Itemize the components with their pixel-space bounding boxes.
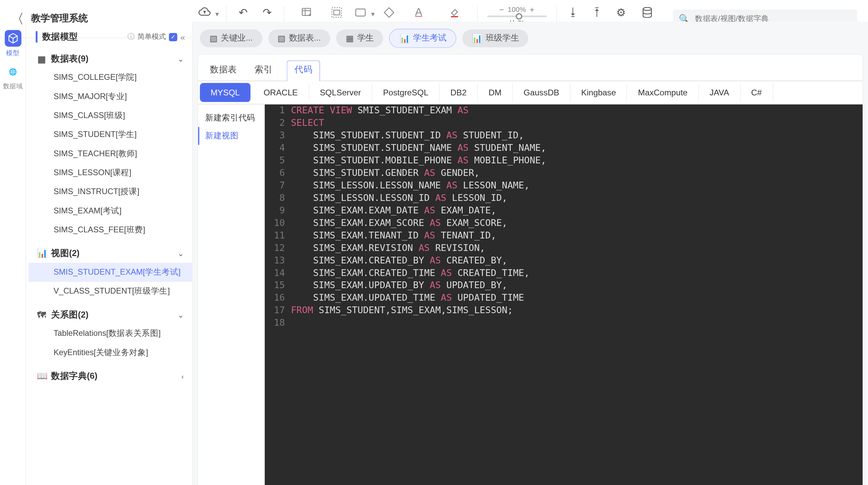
left-rail: 模型 🌐 数据域	[0, 22, 26, 485]
sidebar-item[interactable]: SIMS_EXAM[考试]	[28, 202, 192, 221]
code-line[interactable]: SIMS_LESSON.LESSON_ID AS LESSON_ID,	[291, 192, 508, 204]
rail-model-label: 模型	[6, 48, 19, 57]
code-line[interactable]: SIMS_EXAM.REVISION AS REVISION,	[291, 242, 485, 254]
open-tab[interactable]: ▧数据表...	[268, 29, 330, 47]
svg-rect-4	[451, 16, 458, 17]
open-tab[interactable]: 📊学生考试	[389, 29, 457, 48]
line-number: 6	[265, 167, 291, 179]
db-dialect-tab[interactable]: PostgreSQL	[372, 83, 439, 102]
sidebar-group-dicts[interactable]: 📖数据字典(6)‹	[28, 367, 192, 386]
open-tab[interactable]: 📊班级学生	[462, 29, 528, 47]
code-line[interactable]: SELECT	[291, 117, 324, 130]
code-line[interactable]: CREATE VIEW SMIS_STUDENT_EXAM AS	[291, 105, 469, 117]
db-dialect-tab[interactable]: C#	[741, 83, 773, 102]
code-line[interactable]: FROM SIMS_STUDENT,SIMS_EXAM,SIMS_LESSON;	[291, 304, 513, 317]
db-dialect-tab[interactable]: ORACLE	[253, 83, 309, 102]
zoom-thumb[interactable]	[516, 13, 522, 19]
sidebar: 数据模型 ⓘ 简单模式 ✓ « ▦数据表(9)⌄SIMS_COLLEGE[学院]…	[26, 22, 193, 485]
line-number: 15	[265, 279, 291, 292]
sub-tab[interactable]: 索引	[251, 60, 276, 81]
simple-mode-toggle[interactable]: ⓘ 简单模式 ✓ «	[127, 32, 185, 42]
collapse-sidebar-icon[interactable]: «	[180, 32, 185, 42]
svg-rect-0	[302, 8, 311, 15]
sub-tab[interactable]: 数据表	[207, 60, 240, 81]
code-line[interactable]: SIMS_EXAM.CREATED_BY AS CREATED_BY,	[291, 254, 508, 267]
sidebar-item[interactable]: KeyEntities[关键业务对象]	[28, 343, 192, 362]
code-line[interactable]: SIMS_EXAM.UPDATED_TIME AS UPDATED_TIME	[291, 292, 524, 304]
svg-point-5	[643, 7, 651, 10]
code-line[interactable]: SIMS_EXAM.TENANT_ID AS TENANT_ID,	[291, 229, 497, 242]
zoom-out-button[interactable]: −	[499, 4, 504, 14]
code-template-item[interactable]: 新建视图	[198, 127, 260, 145]
gear-icon: ⚙	[616, 6, 626, 19]
rail-item-data-domain[interactable]: 🌐 数据域	[3, 63, 23, 91]
code-line[interactable]: SIMS_LESSON.LESSON_NAME AS LESSON_NAME,	[291, 179, 530, 192]
sidebar-item[interactable]: TableRelations[数据表关系图]	[28, 324, 192, 343]
db-dialect-tab[interactable]: GaussDB	[513, 83, 571, 102]
undo-icon: ↶	[239, 6, 247, 19]
db-dialect-tab[interactable]: Kingbase	[571, 83, 627, 102]
sidebar-item[interactable]: SIMS_LESSON[课程]	[28, 163, 192, 182]
sidebar-item[interactable]: SIMS_CLASS_FEE[班费]	[28, 221, 192, 239]
sql-editor[interactable]: 1CREATE VIEW SMIS_STUDENT_EXAM AS2SELECT…	[265, 105, 863, 485]
tab-label: 班级学生	[486, 33, 519, 44]
open-tabs: ▧关键业...▧数据表...▦学生📊学生考试📊班级学生	[193, 22, 868, 54]
sidebar-item[interactable]: SIMS_MAJOR[专业]	[28, 87, 192, 106]
db-dialect-tab[interactable]: JAVA	[699, 83, 740, 102]
line-number: 1	[265, 105, 291, 117]
code-line[interactable]: SIMS_EXAM.UPDATED_BY AS UPDATED_BY,	[291, 279, 508, 292]
code-line[interactable]: SIMS_EXAM.EXAM_SCORE AS EXAM_SCORE,	[291, 217, 508, 229]
line-number: 14	[265, 267, 291, 279]
tab-label: 关键业...	[221, 33, 252, 44]
sidebar-item[interactable]: SIMS_STUDENT[学生]	[28, 125, 192, 144]
db-dialect-tab[interactable]: DM	[478, 83, 513, 102]
info-icon: ⓘ	[127, 32, 135, 42]
save-dropdown-icon[interactable]: ▼	[214, 11, 220, 17]
rect-icon	[355, 6, 366, 19]
code-template-list: 新建索引代码新建视图	[198, 105, 265, 485]
db-dialect-tab[interactable]: MaxCompute	[627, 83, 699, 102]
db-dialect-tab[interactable]: MYSQL	[200, 83, 251, 102]
sidebar-group-views[interactable]: 📊视图(2)⌄	[28, 244, 192, 263]
code-line[interactable]: SIMS_EXAM.EXAM_DATE AS EXAM_DATE,	[291, 204, 497, 217]
zoom-slider[interactable]	[487, 15, 547, 17]
open-tab[interactable]: ▧关键业...	[200, 29, 262, 47]
sub-tab[interactable]: 代码	[287, 60, 320, 81]
redo-icon: ↷	[263, 6, 271, 19]
db-dialect-tab[interactable]: DB2	[440, 83, 478, 102]
db-dialect-tab[interactable]: SQLServer	[309, 83, 372, 102]
code-line[interactable]: SIMS_STUDENT.MOBILE_PHONE AS MOBILE_PHON…	[291, 154, 547, 167]
sidebar-item[interactable]: V_CLASS_STUDENT[班级学生]	[28, 282, 192, 301]
tab-type-icon: ▧	[278, 33, 285, 43]
code-line[interactable]: SIMS_STUDENT.STUDENT_ID AS STUDENT_ID,	[291, 130, 524, 142]
code-line[interactable]: SIMS_STUDENT.STUDENT_NAME AS STUDENT_NAM…	[291, 142, 547, 155]
sidebar-item[interactable]: SIMS_COLLEGE[学院]	[28, 68, 192, 87]
group-icon: 🗺	[37, 310, 46, 320]
sidebar-title: 数据模型	[36, 31, 78, 42]
open-tab[interactable]: ▦学生	[336, 29, 383, 47]
group-label: 数据字典(6)	[51, 370, 97, 382]
database-icon	[642, 6, 652, 19]
line-number: 10	[265, 217, 291, 229]
zoom-in-button[interactable]: +	[530, 4, 534, 14]
group-label: 数据表(9)	[51, 53, 88, 64]
code-template-item[interactable]: 新建索引代码	[205, 109, 260, 127]
cube-icon	[4, 30, 21, 47]
code-line[interactable]: SIMS_STUDENT.GENDER AS GENDER,	[291, 167, 480, 179]
group-label: 视图(2)	[51, 248, 79, 259]
sidebar-item[interactable]: SIMS_CLASS[班级]	[28, 106, 192, 125]
sidebar-group-diagrams[interactable]: 🗺关系图(2)⌄	[28, 306, 192, 324]
diamond-icon	[384, 6, 394, 19]
table-plus-icon	[302, 6, 312, 19]
sidebar-item[interactable]: SMIS_STUDENT_EXAM[学生考试]	[28, 263, 192, 282]
rail-item-model[interactable]: 模型	[4, 30, 21, 57]
zoom-percentage: 100%	[508, 5, 526, 14]
sidebar-item[interactable]: SIMS_INSTRUCT[授课]	[28, 182, 192, 201]
import-icon: ⭳	[568, 6, 579, 19]
sidebar-group-tables[interactable]: ▦数据表(9)⌄	[28, 50, 192, 68]
rect-dropdown-icon[interactable]: ▼	[370, 11, 376, 17]
rail-domain-label: 数据域	[3, 82, 23, 91]
tab-type-icon: ▧	[210, 33, 217, 43]
code-line[interactable]: SIMS_EXAM.CREATED_TIME AS CREATED_TIME,	[291, 267, 530, 279]
sidebar-item[interactable]: SIMS_TEACHER[教师]	[28, 144, 192, 163]
